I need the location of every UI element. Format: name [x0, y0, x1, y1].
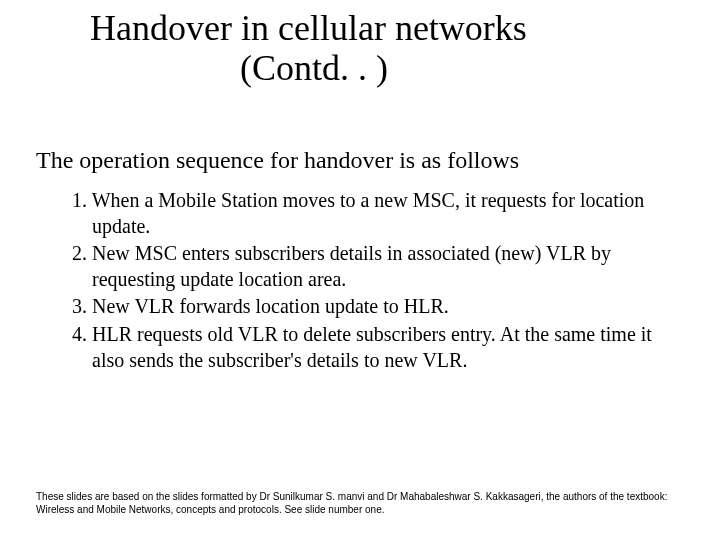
intro-text: The operation sequence for handover is a…: [36, 147, 680, 175]
list-item: 4. HLR requests old VLR to delete subscr…: [72, 322, 672, 373]
list-item: 1. When a Mobile Station moves to a new …: [72, 188, 672, 239]
slide-title: Handover in cellular networks (Contd. . …: [90, 8, 660, 89]
list-item: 3. New VLR forwards location update to H…: [72, 294, 672, 320]
list-item: 2. New MSC enters subscribers details in…: [72, 241, 672, 292]
title-line-2: (Contd. . ): [90, 48, 660, 88]
title-line-1: Handover in cellular networks: [90, 8, 527, 48]
footer-credit: These slides are based on the slides for…: [36, 491, 684, 516]
slide: Handover in cellular networks (Contd. . …: [0, 0, 720, 540]
step-list: 1. When a Mobile Station moves to a new …: [72, 188, 672, 375]
